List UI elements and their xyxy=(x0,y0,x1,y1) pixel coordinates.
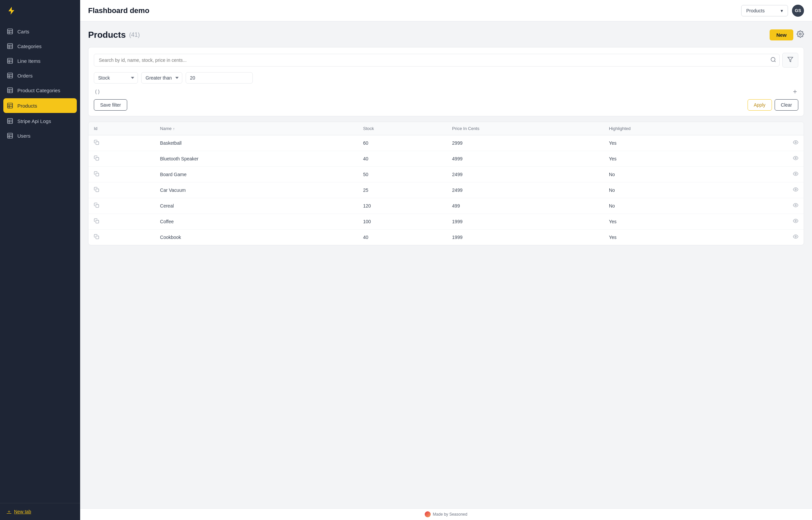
chevron-down-icon: ▾ xyxy=(781,8,783,14)
row-highlighted-cell: No xyxy=(604,182,737,198)
new-tab-label: New tab xyxy=(14,509,31,514)
search-icon xyxy=(770,57,776,63)
sidebar-item-label: Categories xyxy=(17,44,42,49)
topbar: Flashboard demo Products ▾ GS xyxy=(80,0,812,21)
sidebar-item-carts[interactable]: Carts xyxy=(0,24,80,39)
row-name-cell: Bluetooth Speaker xyxy=(155,151,358,167)
gear-icon xyxy=(796,30,804,38)
filter-condition-row: StockNamePrice In CentsHighlighted Great… xyxy=(94,72,798,83)
new-tab-button[interactable]: ＋ New tab xyxy=(7,509,31,515)
filter-actions-row: Save filter Apply Clear xyxy=(94,99,798,111)
sidebar-item-label: Line Items xyxy=(17,58,40,64)
table-icon xyxy=(7,132,13,139)
attribution-bar: Made by Seasoned xyxy=(80,508,812,520)
copy-icon[interactable] xyxy=(94,140,99,146)
svg-point-37 xyxy=(795,142,796,143)
sidebar-item-label: Orders xyxy=(17,73,33,79)
svg-point-33 xyxy=(771,57,775,61)
row-name-cell: Basketball xyxy=(155,135,358,151)
col-header-id: Id xyxy=(88,122,155,135)
svg-point-45 xyxy=(795,205,796,206)
view-icon[interactable] xyxy=(793,234,798,241)
svg-line-34 xyxy=(774,61,775,62)
sidebar-item-products[interactable]: Products xyxy=(3,98,77,113)
filter-field-select[interactable]: StockNamePrice In CentsHighlighted xyxy=(94,72,138,83)
row-highlighted-cell: Yes xyxy=(604,135,737,151)
view-icon[interactable] xyxy=(793,218,798,225)
table-row: Bluetooth Speaker 40 4999 Yes xyxy=(88,151,804,167)
svg-rect-4 xyxy=(8,44,13,49)
search-row xyxy=(94,53,798,68)
view-icon[interactable] xyxy=(793,171,798,178)
topbar-dropdown-label: Products xyxy=(746,8,764,14)
filter-operator-select[interactable]: Greater thanLess thanEqual toNot equal t… xyxy=(141,72,182,83)
sidebar-item-categories[interactable]: Categories xyxy=(0,39,80,53)
save-filter-button[interactable]: Save filter xyxy=(94,99,127,111)
products-table: IdName↑StockPrice In CentsHighlighted Ba… xyxy=(88,122,804,245)
svg-rect-16 xyxy=(8,88,13,93)
sidebar-item-orders[interactable]: Orders xyxy=(0,68,80,83)
col-header-name[interactable]: Name↑ xyxy=(155,122,358,135)
search-input[interactable] xyxy=(94,54,780,67)
copy-icon[interactable] xyxy=(94,172,99,178)
table-icon xyxy=(7,28,13,35)
row-action-cell xyxy=(737,151,804,167)
row-highlighted-cell: Yes xyxy=(604,230,737,245)
row-price-cell: 1999 xyxy=(447,214,604,230)
sidebar-item-product-categories[interactable]: Product Categories xyxy=(0,83,80,98)
sidebar-item-label: Users xyxy=(17,133,30,139)
row-stock-cell: 120 xyxy=(358,198,447,214)
apply-button[interactable]: Apply xyxy=(748,99,772,111)
sidebar-logo xyxy=(0,0,80,21)
view-icon[interactable] xyxy=(793,187,798,193)
svg-rect-44 xyxy=(96,205,99,208)
view-icon[interactable] xyxy=(793,155,798,162)
user-avatar[interactable]: GS xyxy=(792,5,804,17)
view-icon[interactable] xyxy=(793,203,798,209)
row-name-cell: Coffee xyxy=(155,214,358,230)
sidebar-item-stripe-api-logs[interactable]: Stripe Api Logs xyxy=(0,114,80,128)
settings-button[interactable] xyxy=(796,30,804,40)
row-stock-cell: 40 xyxy=(358,230,447,245)
svg-rect-28 xyxy=(8,133,13,138)
filter-value-input[interactable] xyxy=(186,72,253,83)
svg-rect-48 xyxy=(96,236,99,239)
sidebar-nav: Carts Categories Line Items Orders Produ… xyxy=(0,21,80,503)
clear-button[interactable]: Clear xyxy=(775,99,798,111)
sidebar-item-users[interactable]: Users xyxy=(0,128,80,143)
sidebar-item-label: Products xyxy=(17,103,37,109)
new-button[interactable]: New xyxy=(769,29,793,41)
row-action-cell xyxy=(737,182,804,198)
search-button[interactable] xyxy=(770,57,776,64)
row-id-cell xyxy=(88,135,155,151)
sort-icon: ↑ xyxy=(173,127,175,131)
row-name-cell: Car Vacuum xyxy=(155,182,358,198)
row-price-cell: 4999 xyxy=(447,151,604,167)
sidebar-item-line-items[interactable]: Line Items xyxy=(0,53,80,68)
copy-icon[interactable] xyxy=(94,219,99,225)
second-filter-row: ( ) ＋ xyxy=(94,87,798,96)
col-header-price_in_cents: Price In Cents xyxy=(447,122,604,135)
filter-panel: StockNamePrice In CentsHighlighted Great… xyxy=(88,47,804,116)
copy-icon[interactable] xyxy=(94,187,99,193)
row-stock-cell: 60 xyxy=(358,135,447,151)
svg-point-39 xyxy=(795,157,796,159)
table: IdName↑StockPrice In CentsHighlighted Ba… xyxy=(88,122,804,245)
svg-point-49 xyxy=(795,236,796,237)
row-id-cell xyxy=(88,151,155,167)
copy-icon[interactable] xyxy=(94,156,99,162)
topbar-resource-dropdown[interactable]: Products ▾ xyxy=(741,5,788,16)
row-action-cell xyxy=(737,167,804,182)
page-title-row: Products (41) xyxy=(88,30,140,40)
add-filter-button[interactable]: ＋ xyxy=(792,87,798,96)
svg-point-43 xyxy=(795,189,796,190)
sidebar-footer: ＋ New tab xyxy=(0,503,80,520)
copy-icon[interactable] xyxy=(94,203,99,209)
table-icon xyxy=(7,118,13,124)
table-icon xyxy=(7,87,13,94)
filter-toggle-button[interactable] xyxy=(782,53,798,68)
row-id-cell xyxy=(88,198,155,214)
view-icon[interactable] xyxy=(793,140,798,146)
row-action-cell xyxy=(737,230,804,245)
copy-icon[interactable] xyxy=(94,235,99,240)
